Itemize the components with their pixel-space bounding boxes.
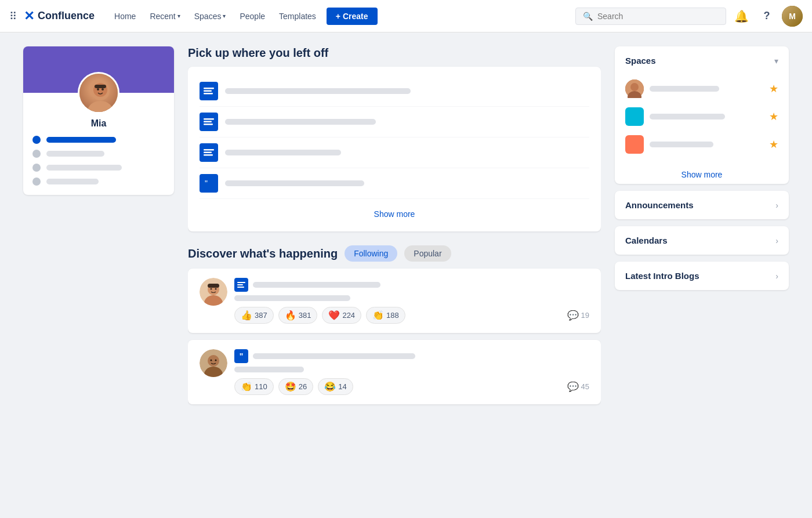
comment-number-1: 19 — [581, 311, 589, 320]
discover-section: Discover what's happening Following Popu… — [188, 245, 601, 404]
logo-text: Confluence — [38, 10, 95, 22]
space-item-2[interactable]: ★ — [625, 103, 778, 131]
reaction-thumbsup[interactable]: 👍 387 — [234, 307, 274, 324]
search-bar[interactable]: 🔍 — [575, 8, 726, 25]
reaction-starstruck[interactable]: 🤩 26 — [278, 378, 313, 395]
svg-rect-5 — [95, 85, 106, 88]
stat-row-4 — [32, 178, 165, 186]
logo[interactable]: ✕ Confluence — [24, 9, 95, 24]
recent-item-1[interactable] — [200, 76, 589, 107]
recent-bar-4 — [225, 180, 364, 186]
spaces-header[interactable]: Spaces ▾ — [615, 46, 789, 75]
spaces-title: Spaces — [625, 56, 656, 66]
nav-templates[interactable]: Templates — [273, 8, 322, 24]
reaction-fire[interactable]: 🔥 381 — [278, 307, 318, 324]
post-avatar-2[interactable] — [200, 349, 227, 377]
create-button[interactable]: + Create — [327, 8, 378, 25]
star-icon-3[interactable]: ★ — [769, 138, 778, 151]
space-name-bar-1 — [650, 86, 719, 92]
svg-point-19 — [211, 288, 212, 290]
svg-rect-10 — [204, 121, 212, 123]
reaction-laugh[interactable]: 😂 14 — [318, 378, 353, 395]
post-avatar-1[interactable] — [200, 278, 227, 306]
reactions-2: 👏 110 🤩 26 😂 14 — [234, 378, 589, 395]
reaction-clap-2[interactable]: 👏 110 — [234, 378, 274, 395]
space-name-bar-2 — [650, 114, 725, 119]
latest-intro-blogs-card: Latest Intro Blogs › — [615, 262, 789, 290]
clap-count: 188 — [386, 311, 399, 320]
clap-emoji: 👏 — [372, 310, 384, 321]
doc-icon-3 — [200, 143, 218, 162]
profile-card: Mia — [23, 46, 174, 195]
profile-avatar-wrap — [23, 72, 174, 114]
profile-avatar[interactable] — [78, 72, 119, 114]
recent-bar-1 — [225, 88, 411, 94]
star-icon-1[interactable]: ★ — [769, 82, 778, 95]
grid-icon[interactable]: ⠿ — [9, 10, 17, 23]
tab-popular[interactable]: Popular — [404, 245, 451, 262]
comment-number-2: 45 — [581, 382, 589, 391]
latest-intro-blogs-header[interactable]: Latest Intro Blogs › — [615, 262, 789, 290]
activity-post-1: 👍 387 🔥 381 ❤️ 224 — [188, 269, 601, 333]
spaces-card: Spaces ▾ ★ — [615, 46, 789, 184]
post-content-2: " 👏 110 🤩 26 — [234, 349, 589, 395]
stat-bar-2 — [46, 151, 104, 157]
nav-people[interactable]: People — [234, 8, 271, 24]
tab-following[interactable]: Following — [345, 245, 397, 262]
recent-card: " Show more — [188, 67, 601, 231]
discover-header: Discover what's happening Following Popu… — [188, 245, 601, 262]
recent-item-4[interactable]: " — [200, 168, 589, 199]
svg-rect-9 — [204, 118, 214, 120]
activity-row-2: " 👏 110 🤩 26 — [200, 349, 589, 395]
avatar-image: M — [782, 6, 803, 27]
svg-point-31 — [630, 83, 639, 91]
fire-emoji: 🔥 — [285, 310, 296, 321]
thumbsup-emoji: 👍 — [241, 310, 252, 321]
profile-name: Mia — [23, 118, 174, 129]
stat-dot-inactive-2 — [32, 164, 41, 172]
comment-count-1: 💬 19 — [567, 310, 589, 321]
space-item-3[interactable]: ★ — [625, 131, 778, 158]
stat-bar-4 — [46, 179, 99, 184]
user-avatar[interactable]: M — [782, 6, 803, 27]
stat-dot-inactive — [32, 150, 41, 158]
recent-show-more[interactable]: Show more — [200, 206, 589, 222]
reaction-clap[interactable]: 👏 188 — [366, 307, 405, 324]
avatar-face — [79, 74, 118, 112]
starstruck-count: 26 — [299, 382, 307, 391]
navbar: ⠿ ✕ Confluence Home Recent ▾ Spaces ▾ Pe… — [0, 0, 812, 32]
spaces-show-more[interactable]: Show more — [615, 165, 789, 184]
calendars-header[interactable]: Calendars › — [615, 226, 789, 255]
announcements-header[interactable]: Announcements › — [615, 191, 789, 219]
svg-point-29 — [215, 360, 217, 361]
svg-rect-23 — [237, 284, 243, 285]
recent-item-3[interactable] — [200, 137, 589, 168]
space-item-1[interactable]: ★ — [625, 75, 778, 103]
svg-text:": " — [205, 179, 208, 188]
star-icon-2[interactable]: ★ — [769, 110, 778, 123]
fire-count: 381 — [299, 311, 311, 320]
svg-rect-11 — [204, 124, 213, 125]
calendars-title: Calendars — [625, 236, 668, 245]
help-button[interactable]: ? — [756, 6, 777, 27]
clap2-count: 110 — [255, 382, 267, 391]
reaction-heart[interactable]: ❤️ 224 — [322, 307, 361, 324]
nav-home[interactable]: Home — [108, 8, 142, 24]
announcements-title: Announcements — [625, 200, 694, 210]
svg-rect-24 — [237, 287, 244, 288]
svg-rect-7 — [204, 90, 212, 92]
search-input[interactable] — [597, 12, 719, 21]
stat-row-2 — [32, 150, 165, 158]
nav-recent[interactable]: Recent ▾ — [144, 8, 186, 24]
nav-spaces[interactable]: Spaces ▾ — [188, 8, 232, 24]
svg-point-4 — [102, 88, 104, 90]
help-icon: ? — [764, 10, 770, 22]
recent-item-2[interactable] — [200, 107, 589, 137]
notifications-button[interactable]: 🔔 — [731, 6, 752, 27]
announcements-card: Announcements › — [615, 191, 789, 219]
spaces-list: ★ ★ ★ — [615, 75, 789, 165]
svg-point-20 — [215, 288, 217, 290]
post-sub-bar-2 — [234, 367, 304, 372]
comment-count-2: 💬 45 — [567, 381, 589, 392]
stat-row-1 — [32, 136, 165, 144]
